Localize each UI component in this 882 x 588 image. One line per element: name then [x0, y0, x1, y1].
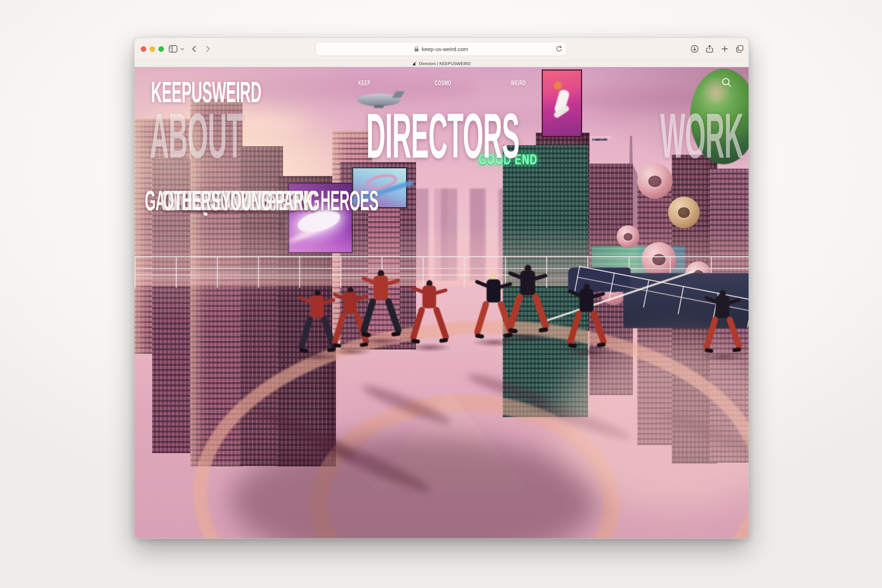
site-favicon: [412, 62, 417, 66]
director-name: GA: [145, 186, 165, 215]
search-icon: [721, 77, 732, 88]
chevron-right-icon: [204, 45, 212, 53]
tab-title: Directors | KEEPUSWEIRD: [419, 62, 470, 66]
browser-window: keep-us-weird.com: [134, 38, 749, 539]
chevron-left-icon: [190, 45, 198, 53]
forward-button[interactable]: [203, 45, 212, 53]
tab-overview-button[interactable]: [735, 45, 744, 53]
tab-bar[interactable]: Directors | KEEPUSWEIRD: [135, 60, 748, 67]
minimize-window-button[interactable]: [150, 46, 155, 52]
download-icon: [690, 45, 699, 53]
url-text: keep-us-weird.com: [422, 46, 468, 52]
close-window-button[interactable]: [141, 46, 146, 52]
lock-icon: [414, 46, 419, 52]
reload-button[interactable]: [555, 45, 563, 53]
search-button[interactable]: [720, 76, 733, 88]
chevron-down-icon: [180, 48, 184, 50]
traffic-lights: [141, 46, 164, 52]
downloads-button[interactable]: [690, 45, 699, 53]
toolbar-actions: [690, 45, 744, 53]
sidebar-icon: [169, 45, 177, 52]
address-bar[interactable]: keep-us-weird.com: [316, 42, 567, 56]
back-button[interactable]: [190, 45, 199, 53]
new-tab-button[interactable]: [720, 45, 729, 53]
page-content: GOOD END FANDOM FOREVER: [135, 67, 748, 538]
sidebar-toggle-button[interactable]: [168, 45, 178, 53]
tabs-icon: [735, 45, 744, 53]
sidebar-menu-chevron[interactable]: [179, 45, 185, 53]
share-icon: [705, 45, 714, 53]
site-overlay: KEEPUSWEIRD KEEP COSMO WEIRD ABOUT: [135, 67, 748, 538]
reload-icon: [555, 45, 563, 53]
share-button[interactable]: [705, 45, 714, 53]
plus-icon: [720, 45, 729, 53]
browser-toolbar: keep-us-weird.com: [135, 38, 748, 60]
director-name: OTHERS: [163, 186, 220, 215]
zoom-window-button[interactable]: [158, 46, 164, 52]
